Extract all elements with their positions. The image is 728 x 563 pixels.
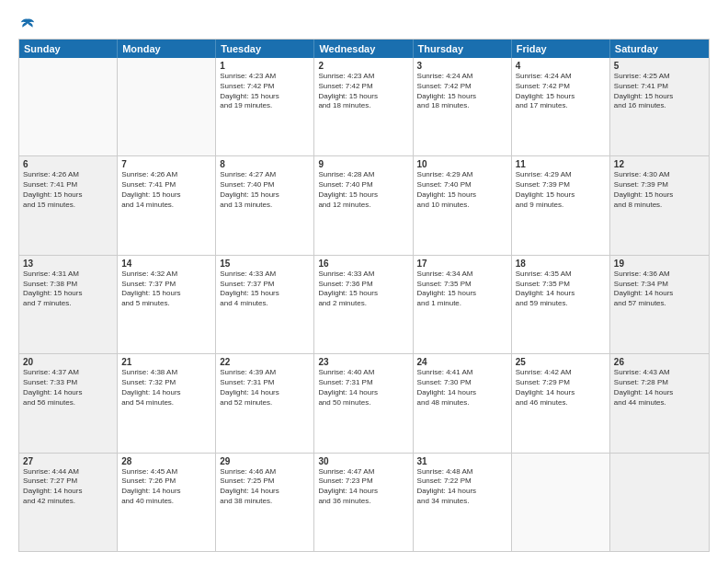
day-cell-19: 19Sunrise: 4:36 AM Sunset: 7:34 PM Dayli…	[610, 256, 709, 353]
calendar-row-0: 1Sunrise: 4:23 AM Sunset: 7:42 PM Daylig…	[19, 58, 709, 155]
day-cell-24: 24Sunrise: 4:41 AM Sunset: 7:30 PM Dayli…	[414, 354, 512, 452]
day-info: Sunrise: 4:48 AM Sunset: 7:22 PM Dayligh…	[417, 467, 507, 507]
day-info: Sunrise: 4:46 AM Sunset: 7:25 PM Dayligh…	[220, 467, 310, 507]
day-info: Sunrise: 4:33 AM Sunset: 7:36 PM Dayligh…	[318, 270, 408, 309]
day-info: Sunrise: 4:26 AM Sunset: 7:41 PM Dayligh…	[23, 170, 113, 210]
day-cell-8: 8Sunrise: 4:27 AM Sunset: 7:40 PM Daylig…	[216, 156, 314, 254]
day-cell-21: 21Sunrise: 4:38 AM Sunset: 7:32 PM Dayli…	[118, 354, 216, 452]
day-number: 8	[220, 159, 310, 169]
day-number: 23	[318, 357, 408, 367]
day-cell-16: 16Sunrise: 4:33 AM Sunset: 7:36 PM Dayli…	[314, 256, 413, 353]
header-day-wednesday: Wednesday	[314, 40, 413, 58]
day-number: 31	[417, 456, 507, 466]
day-info: Sunrise: 4:32 AM Sunset: 7:37 PM Dayligh…	[121, 270, 211, 309]
day-info: Sunrise: 4:47 AM Sunset: 7:23 PM Dayligh…	[318, 467, 408, 507]
day-cell-1: 1Sunrise: 4:23 AM Sunset: 7:42 PM Daylig…	[216, 58, 314, 155]
day-number: 27	[23, 456, 113, 466]
calendar-body: 1Sunrise: 4:23 AM Sunset: 7:42 PM Daylig…	[19, 58, 709, 551]
day-number: 13	[23, 259, 113, 269]
day-cell-28: 28Sunrise: 4:45 AM Sunset: 7:26 PM Dayli…	[118, 454, 216, 551]
day-number: 7	[121, 159, 211, 169]
day-number: 11	[516, 159, 606, 169]
day-cell-5: 5Sunrise: 4:25 AM Sunset: 7:41 PM Daylig…	[610, 58, 709, 155]
day-info: Sunrise: 4:27 AM Sunset: 7:40 PM Dayligh…	[220, 170, 310, 210]
day-number: 22	[220, 357, 310, 367]
day-number: 4	[516, 61, 606, 71]
day-cell-13: 13Sunrise: 4:31 AM Sunset: 7:38 PM Dayli…	[19, 256, 118, 353]
day-info: Sunrise: 4:28 AM Sunset: 7:40 PM Dayligh…	[318, 170, 408, 210]
day-cell-23: 23Sunrise: 4:40 AM Sunset: 7:31 PM Dayli…	[314, 354, 413, 452]
day-info: Sunrise: 4:29 AM Sunset: 7:39 PM Dayligh…	[516, 170, 606, 210]
day-cell-14: 14Sunrise: 4:32 AM Sunset: 7:37 PM Dayli…	[118, 256, 216, 353]
day-cell-4: 4Sunrise: 4:24 AM Sunset: 7:42 PM Daylig…	[512, 58, 610, 155]
day-number: 25	[516, 357, 606, 367]
day-cell-2: 2Sunrise: 4:23 AM Sunset: 7:42 PM Daylig…	[314, 58, 413, 155]
day-number: 28	[121, 456, 211, 466]
header-day-monday: Monday	[118, 40, 216, 58]
day-cell-9: 9Sunrise: 4:28 AM Sunset: 7:40 PM Daylig…	[314, 156, 413, 254]
day-number: 1	[220, 61, 310, 71]
day-cell-empty	[610, 454, 709, 551]
day-info: Sunrise: 4:30 AM Sunset: 7:39 PM Dayligh…	[614, 170, 705, 210]
day-info: Sunrise: 4:43 AM Sunset: 7:28 PM Dayligh…	[614, 368, 705, 408]
day-cell-17: 17Sunrise: 4:34 AM Sunset: 7:35 PM Dayli…	[414, 256, 512, 353]
page: SundayMondayTuesdayWednesdayThursdayFrid…	[0, 0, 728, 563]
header-day-thursday: Thursday	[414, 40, 512, 58]
day-info: Sunrise: 4:33 AM Sunset: 7:37 PM Dayligh…	[220, 270, 310, 309]
day-number: 5	[614, 61, 705, 71]
calendar-row-3: 20Sunrise: 4:37 AM Sunset: 7:33 PM Dayli…	[19, 353, 709, 452]
day-info: Sunrise: 4:26 AM Sunset: 7:41 PM Dayligh…	[121, 170, 211, 210]
day-info: Sunrise: 4:42 AM Sunset: 7:29 PM Dayligh…	[516, 368, 606, 408]
day-info: Sunrise: 4:24 AM Sunset: 7:42 PM Dayligh…	[516, 72, 606, 111]
day-cell-12: 12Sunrise: 4:30 AM Sunset: 7:39 PM Dayli…	[610, 156, 709, 254]
day-cell-25: 25Sunrise: 4:42 AM Sunset: 7:29 PM Dayli…	[512, 354, 610, 452]
day-cell-20: 20Sunrise: 4:37 AM Sunset: 7:33 PM Dayli…	[19, 354, 118, 452]
day-cell-31: 31Sunrise: 4:48 AM Sunset: 7:22 PM Dayli…	[414, 454, 512, 551]
day-cell-27: 27Sunrise: 4:44 AM Sunset: 7:27 PM Dayli…	[19, 454, 118, 551]
day-info: Sunrise: 4:44 AM Sunset: 7:27 PM Dayligh…	[23, 467, 113, 507]
day-cell-10: 10Sunrise: 4:29 AM Sunset: 7:40 PM Dayli…	[414, 156, 512, 254]
day-number: 6	[23, 159, 113, 169]
day-info: Sunrise: 4:36 AM Sunset: 7:34 PM Dayligh…	[614, 270, 705, 309]
header-day-sunday: Sunday	[19, 40, 118, 58]
day-number: 20	[23, 357, 113, 367]
day-info: Sunrise: 4:23 AM Sunset: 7:42 PM Dayligh…	[220, 72, 310, 111]
day-info: Sunrise: 4:40 AM Sunset: 7:31 PM Dayligh…	[318, 368, 408, 408]
day-info: Sunrise: 4:34 AM Sunset: 7:35 PM Dayligh…	[417, 270, 507, 309]
day-number: 19	[614, 259, 705, 269]
day-info: Sunrise: 4:29 AM Sunset: 7:40 PM Dayligh…	[417, 170, 507, 210]
day-cell-11: 11Sunrise: 4:29 AM Sunset: 7:39 PM Dayli…	[512, 156, 610, 254]
day-info: Sunrise: 4:31 AM Sunset: 7:38 PM Dayligh…	[23, 270, 113, 309]
calendar-row-1: 6Sunrise: 4:26 AM Sunset: 7:41 PM Daylig…	[19, 155, 709, 254]
calendar-row-2: 13Sunrise: 4:31 AM Sunset: 7:38 PM Dayli…	[19, 255, 709, 353]
day-number: 12	[614, 159, 705, 169]
day-cell-7: 7Sunrise: 4:26 AM Sunset: 7:41 PM Daylig…	[118, 156, 216, 254]
day-cell-22: 22Sunrise: 4:39 AM Sunset: 7:31 PM Dayli…	[216, 354, 314, 452]
day-cell-empty	[19, 58, 118, 155]
day-cell-3: 3Sunrise: 4:24 AM Sunset: 7:42 PM Daylig…	[414, 58, 512, 155]
day-cell-6: 6Sunrise: 4:26 AM Sunset: 7:41 PM Daylig…	[19, 156, 118, 254]
day-number: 16	[318, 259, 408, 269]
day-number: 29	[220, 456, 310, 466]
day-cell-30: 30Sunrise: 4:47 AM Sunset: 7:23 PM Dayli…	[314, 454, 413, 551]
day-number: 14	[121, 259, 211, 269]
day-cell-15: 15Sunrise: 4:33 AM Sunset: 7:37 PM Dayli…	[216, 256, 314, 353]
logo-bird-icon	[19, 17, 36, 33]
day-number: 9	[318, 159, 408, 169]
day-info: Sunrise: 4:38 AM Sunset: 7:32 PM Dayligh…	[121, 368, 211, 408]
day-cell-26: 26Sunrise: 4:43 AM Sunset: 7:28 PM Dayli…	[610, 354, 709, 452]
day-number: 17	[417, 259, 507, 269]
day-info: Sunrise: 4:45 AM Sunset: 7:26 PM Dayligh…	[121, 467, 211, 507]
day-number: 30	[318, 456, 408, 466]
day-number: 21	[121, 357, 211, 367]
calendar: SundayMondayTuesdayWednesdayThursdayFrid…	[18, 39, 710, 552]
day-info: Sunrise: 4:35 AM Sunset: 7:35 PM Dayligh…	[516, 270, 606, 309]
day-number: 15	[220, 259, 310, 269]
day-number: 3	[417, 61, 507, 71]
header-day-friday: Friday	[512, 40, 610, 58]
header	[18, 17, 710, 29]
logo	[18, 17, 36, 29]
day-info: Sunrise: 4:23 AM Sunset: 7:42 PM Dayligh…	[318, 72, 408, 111]
day-number: 10	[417, 159, 507, 169]
day-info: Sunrise: 4:39 AM Sunset: 7:31 PM Dayligh…	[220, 368, 310, 408]
